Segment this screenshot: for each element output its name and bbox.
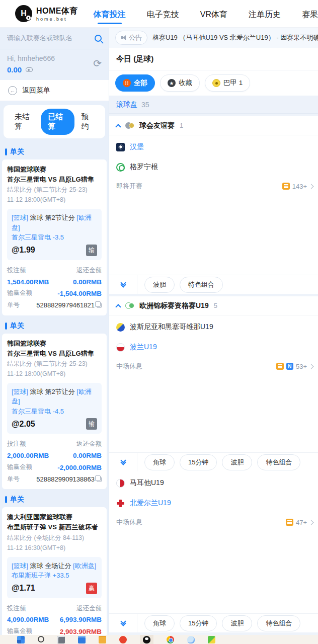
chevron-right-icon[interactable] [309,364,314,369]
market-shortcut-button[interactable]: 15分钟 [180,615,217,631]
away-team-row[interactable]: 北爱尔兰U19 [109,492,318,512]
outcome-badge: 输 [86,418,97,430]
chevron-right-icon[interactable] [309,184,314,189]
market-shortcut-button[interactable]: 波胆 [144,277,175,293]
search-icon[interactable] [95,35,102,42]
nav-item[interactable]: 赛果 [302,3,318,25]
bet-status-tab[interactable]: 已结算 [41,109,74,135]
home-team-row[interactable]: 马耳他U19 [109,471,318,492]
home-team-row[interactable]: 汉堡 [109,135,318,155]
home-team-name: 波斯尼亚和黑塞哥维那U19 [130,323,213,332]
folder-taskbar-icon[interactable] [99,636,106,643]
market-shortcut-button[interactable]: 波胆 [222,454,252,470]
nav-item[interactable]: VR体育 [200,3,227,25]
filter-chip[interactable]: ★ 收藏 [160,74,200,92]
back-to-menu-button[interactable]: ← 返回菜单 [0,80,109,101]
league-search-input[interactable]: 请输入联赛名或球队名 [0,28,109,49]
market-shortcut-button[interactable]: 特色组合 [180,277,223,293]
top-header: H HOME体育 home.bet 体育投注电子竞技VR体育注单历史赛果 [0,0,318,28]
market-shortcut-button[interactable]: 特色组合 [257,615,300,631]
bet-detail-box: [篮球] 滚球 第2节让分 [欧洲盘] 首尔三星雷电 -3.5 @1.99 输 [7,209,102,260]
group-header[interactable]: 球会友谊赛 1 [109,116,318,135]
chevron-up-icon[interactable] [115,124,121,129]
expand-markets-button[interactable] [109,453,137,471]
app-root: H HOME体育 home.bet 体育投注电子竞技VR体育注单历史赛果 请输入… [0,0,318,644]
home-team-logo-icon [116,143,125,151]
away-team-row[interactable]: 格罗宁根 [109,155,318,176]
filter-chip[interactable]: 巴甲 1 [205,74,250,92]
profit-loss-label: 输赢金额 [7,626,32,635]
match-footer: 角球15分钟波胆特色组合 [109,613,318,632]
match-status-row[interactable]: 即将开赛 N 143+ [109,176,318,197]
group-header[interactable]: 欧洲锦标赛资格赛U19 5 [109,296,318,315]
page-header: 今日 (足球) [109,48,318,70]
market-shortcut-button[interactable]: 特色组合 [257,454,300,470]
announcement-bar[interactable]: 公告 格赛U19 （马耳他U19 VS 北爱尔兰U19） - 因赛果不明确，赛果… [109,28,318,48]
chevron-right-icon[interactable] [309,520,314,525]
chevron-up-icon[interactable] [115,304,121,309]
market-shortcut-button[interactable]: 15分钟 [180,454,217,470]
bet-amounts: 投注额 返还金额 4,090.00RMB 6,993.90RMB 输赢金额 2,… [7,603,102,635]
live-markets-icon [282,183,290,190]
expand-markets-button[interactable] [109,275,137,294]
group-bar [5,496,7,503]
bet-sport-tag: [篮球] [12,562,28,570]
bet-card[interactable]: 澳大利亚国家篮球联赛 布里斯班子弹 VS 新西兰破坏者 结果比分 (全场比分 8… [2,507,107,635]
bet-status-tab[interactable]: 未结算 [8,109,41,135]
stake-value: 4,090.00RMB [7,614,49,626]
bet-status-tab[interactable]: 预约 [74,109,102,135]
bet-section: 单关 韩国篮球联赛 首尔三星雷电 VS 昌原LG猎隼 结果比分 (第二节比分 2… [0,143,109,315]
cloud-taskbar-icon[interactable] [187,636,195,643]
order-number: 5288829979461821 [36,300,102,311]
bet-card[interactable]: 韩国篮球联赛 首尔三星雷电 VS 昌原LG猎隼 结果比分 (第二节比分 25-2… [2,334,107,490]
home-team-logo-icon [116,479,125,488]
nav-item[interactable]: 体育投注 [94,3,126,25]
more-markets-count: 143+ [292,183,307,190]
nav-item[interactable]: 注单历史 [249,3,281,25]
live-market-row[interactable]: 滚球盘 35 [109,96,318,114]
bet-amounts: 投注额 返还金额 1,504.00RMB 0.00RMB 输赢金额 -1,504… [7,265,102,311]
refresh-icon[interactable]: ⟳ [93,57,102,74]
live-markets-icon [286,519,293,526]
explorer-taskbar-icon[interactable] [78,636,86,643]
home-team-row[interactable]: 波斯尼亚和黑塞哥维那U19 [109,315,318,336]
bet-card[interactable]: 韩国篮球联赛 首尔三星雷电 VS 昌原LG猎隼 结果比分 (第二节比分 25-2… [2,159,107,315]
group-name: 欧洲锦标赛资格赛U19 [139,301,209,310]
copy-icon[interactable] [97,477,102,482]
away-team-row[interactable]: 波兰U19 [109,336,318,356]
match-status-row[interactable]: 中场休息 N 53+ [109,356,318,377]
taskview-taskbar-icon[interactable] [57,636,65,643]
home-team-name: 马耳他U19 [130,478,164,488]
odds-area-blank [109,533,318,613]
chip-label: 收藏 [179,78,192,88]
search-taskbar-icon[interactable] [38,636,44,642]
expand-markets-button[interactable] [109,614,137,632]
logo-subtitle: home.bet [36,17,78,22]
app-green-taskbar-icon[interactable] [208,636,215,643]
active-app-highlight[interactable] [140,635,153,644]
windows-taskbar-icon[interactable] [17,636,25,643]
bet-group-label: 单关 [10,147,24,156]
market-shortcut-button[interactable]: 角球 [144,454,175,470]
site-logo[interactable]: H HOME体育 home.bet [0,5,81,22]
live-markets-icon [276,363,284,370]
filter-chip[interactable]: 全部 [115,74,155,92]
outcome-badge: 赢 [86,583,97,594]
chrome-taskbar-icon[interactable] [167,636,174,643]
match-status-row[interactable]: 中场休息 N 47+ [109,512,318,533]
match-card: 马耳他U19 北爱尔兰U19 中场休息 N 47+ 角球15分钟波胆特色组合 [109,471,318,632]
profit-loss-value: -1,504.00RMB [57,288,102,300]
eye-icon[interactable] [26,67,33,72]
qq-taskbar-icon[interactable] [143,636,150,643]
return-label: 返还金额 [76,603,102,614]
live-market-count: 35 [141,101,149,109]
app-red-taskbar-icon[interactable] [119,636,127,643]
market-shortcut-button[interactable]: 角球 [144,615,175,631]
nav-item[interactable]: 电子竞技 [147,3,179,25]
return-value: 0.00RMB [73,276,102,288]
order-number: 5288829909138863 [36,474,102,486]
market-shortcut-button[interactable]: 波胆 [222,615,252,631]
copy-icon[interactable] [97,303,102,308]
away-team-name: 格罗宁根 [130,163,158,172]
bet-teams: 布里斯班子弹 VS 新西兰破坏者 [7,522,102,532]
